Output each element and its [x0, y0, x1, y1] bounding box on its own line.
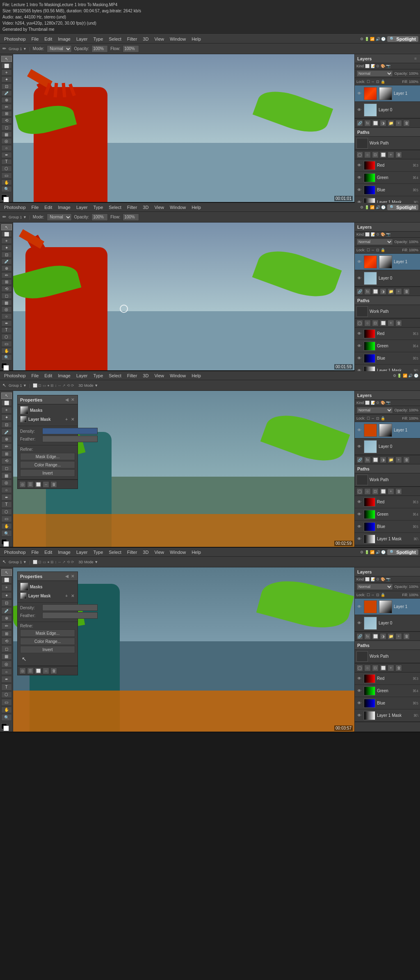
lasso-tool-1[interactable]: ⌖ [1, 69, 12, 76]
blur-tool-2[interactable]: ◎ [1, 306, 12, 312]
menu-layer-3[interactable]: Layer [74, 372, 90, 379]
menu-help-1[interactable]: Help [189, 36, 203, 42]
layer-item-0-3[interactable]: 👁 Layer 0 [355, 438, 420, 455]
eye-layer0-1[interactable]: 👁 [356, 107, 362, 113]
color-range-btn-4[interactable]: Color Range... [20, 638, 75, 645]
brush-tool-3[interactable]: ✏ [1, 443, 12, 450]
eye-blue-2[interactable]: 👁 [356, 356, 362, 361]
heal-tool-2[interactable]: ⊕ [1, 265, 12, 271]
gradient-tool-4[interactable]: ▦ [1, 653, 12, 660]
trash-btn-4[interactable]: 🗑 [403, 633, 410, 640]
layer-item-0-2[interactable]: 👁 Layer 0 [355, 270, 420, 287]
menu-file-1[interactable]: File [29, 36, 41, 42]
dodge-tool-1[interactable]: ○ [1, 145, 12, 151]
path-mask-btn-3[interactable]: ⬜ [380, 488, 386, 495]
marquee-tool-3[interactable]: ⬜ [1, 400, 12, 406]
color-chips-4[interactable] [1, 723, 12, 730]
adj-btn-3[interactable]: ◑ [380, 457, 386, 463]
eye-red-2[interactable]: 👁 [356, 331, 362, 337]
eyedropper-tool-1[interactable]: 💉 [1, 90, 12, 96]
path-mask-btn-2[interactable]: ⬜ [380, 320, 386, 326]
marquee-tool-4[interactable]: ⬜ [1, 577, 12, 584]
eye-mask-4[interactable]: 👁 [356, 713, 362, 718]
pb-icon2-4[interactable]: ☰ [27, 668, 34, 674]
lock-all-4[interactable]: 🔒 [381, 593, 385, 597]
lock-all-2[interactable]: 🔒 [381, 248, 385, 252]
spotlight-bar-2[interactable]: 🔍 Spotlight [387, 204, 418, 210]
eraser-tool-2[interactable]: ◻ [1, 293, 12, 299]
lasso-tool-2[interactable]: ⌖ [1, 238, 12, 244]
history-tool-2[interactable]: ⟲ [1, 286, 12, 292]
ch-red-1[interactable]: 👁 Red ⌘3 [355, 159, 420, 172]
blending-select-3[interactable]: Normal [356, 407, 393, 413]
color-range-btn-3[interactable]: Color Range... [20, 461, 75, 468]
lock-icon-2[interactable]: ☐ [367, 248, 370, 252]
hand-tool-1[interactable]: ✋ [1, 179, 12, 186]
mask-btn-3[interactable]: ⬜ [372, 457, 379, 463]
eye-green-3[interactable]: 👁 [356, 512, 362, 517]
mask-edge-btn-3[interactable]: Mask Edge... [20, 453, 75, 460]
eye-green-1[interactable]: 👁 [356, 175, 362, 181]
adj-btn-4[interactable]: ◑ [380, 633, 386, 640]
ch-green-2[interactable]: 👁 Green ⌘4 [355, 340, 420, 352]
menu-3d-3[interactable]: 3D [140, 372, 151, 379]
menu-type-1[interactable]: Type [91, 36, 105, 42]
menu-photoshop-3[interactable]: Photoshop [2, 372, 28, 379]
props-expand-4[interactable]: ◀ [64, 574, 69, 579]
mask-edge-btn-4[interactable]: Mask Edge... [20, 629, 75, 637]
spotlight-bar-1[interactable]: 🔍 Spotlight [387, 36, 418, 42]
layer-item-0-1[interactable]: 👁 Layer 0 [355, 102, 420, 118]
pb-icon2-3[interactable]: ☰ [27, 481, 34, 488]
pb-icon3-3[interactable]: ⬜ [35, 481, 41, 488]
zoom-tool-4[interactable]: 🔍 [1, 714, 12, 721]
zoom-tool-2[interactable]: 🔍 [1, 354, 12, 360]
path-new-btn-4[interactable]: + [388, 665, 394, 671]
mask-btn-1[interactable]: ⬜ [372, 120, 379, 126]
history-tool-4[interactable]: ⟲ [1, 638, 12, 645]
menu-help-4[interactable]: Help [189, 549, 203, 555]
shape-tool-4[interactable]: ▭ [1, 699, 12, 706]
eye-mask-3[interactable]: 👁 [356, 536, 362, 542]
pb-icon3-4[interactable]: ⬜ [35, 668, 41, 674]
path-fill-btn-1[interactable]: ◯ [356, 151, 363, 158]
menu-3d-1[interactable]: 3D [140, 36, 151, 42]
lock-move-3[interactable]: ↔ [371, 416, 375, 420]
menu-filter-1[interactable]: Filter [125, 36, 139, 42]
feather-input-3[interactable]: 0.0 px [42, 436, 98, 442]
path-stroke-btn-2[interactable]: ○ [364, 320, 371, 326]
fx-btn-2[interactable]: fx [364, 288, 371, 295]
move-tool-2[interactable]: ↖ [1, 224, 12, 230]
heal-tool-1[interactable]: ⊕ [1, 97, 12, 103]
lock-all-3[interactable]: 🔒 [381, 416, 385, 420]
path-new-btn-2[interactable]: + [388, 320, 394, 326]
menu-window-1[interactable]: Window [167, 36, 188, 42]
path-trash-btn-3[interactable]: 🗑 [395, 488, 402, 495]
blur-tool-3[interactable]: ◎ [1, 480, 12, 486]
layer-item-1-1[interactable]: 👁 Layer 1 [355, 85, 420, 102]
lock-move-2[interactable]: ↔ [371, 248, 375, 252]
folder-btn-3[interactable]: 📁 [388, 457, 394, 463]
clone-tool-1[interactable]: ⊞ [1, 111, 12, 117]
ch-blue-2[interactable]: 👁 Blue ⌘5 [355, 352, 420, 365]
density-input-4[interactable]: 100% [42, 604, 98, 611]
path-tool-3[interactable]: ⬡ [1, 509, 12, 515]
mode-select-1[interactable]: Normal [47, 45, 72, 53]
menu-type-2[interactable]: Type [91, 204, 105, 211]
path-stroke-btn-4[interactable]: ○ [364, 665, 371, 671]
path-mask-btn-1[interactable]: ⬜ [380, 151, 386, 158]
invert-btn-3[interactable]: Invert [20, 469, 75, 477]
crop-tool-4[interactable]: ⊡ [1, 599, 12, 606]
pen-tool-3[interactable]: ✒ [1, 494, 12, 500]
menu-filter-2[interactable]: Filter [125, 204, 139, 211]
clone-tool-2[interactable]: ⊞ [1, 279, 12, 285]
path-stroke-btn-1[interactable]: ○ [364, 151, 371, 158]
eye-red-4[interactable]: 👁 [356, 676, 362, 682]
adj-btn-1[interactable]: ◑ [380, 120, 386, 126]
flow-input-1[interactable] [123, 45, 139, 53]
path-tool-4[interactable]: ⬡ [1, 691, 12, 698]
lasso-tool-4[interactable]: ⌖ [1, 584, 12, 591]
lock-px-2[interactable]: ⊡ [376, 248, 379, 252]
shape-tool-1[interactable]: ▭ [1, 172, 12, 179]
mask-btn-4[interactable]: ⬜ [372, 633, 379, 640]
new-btn-3[interactable]: + [395, 457, 402, 463]
